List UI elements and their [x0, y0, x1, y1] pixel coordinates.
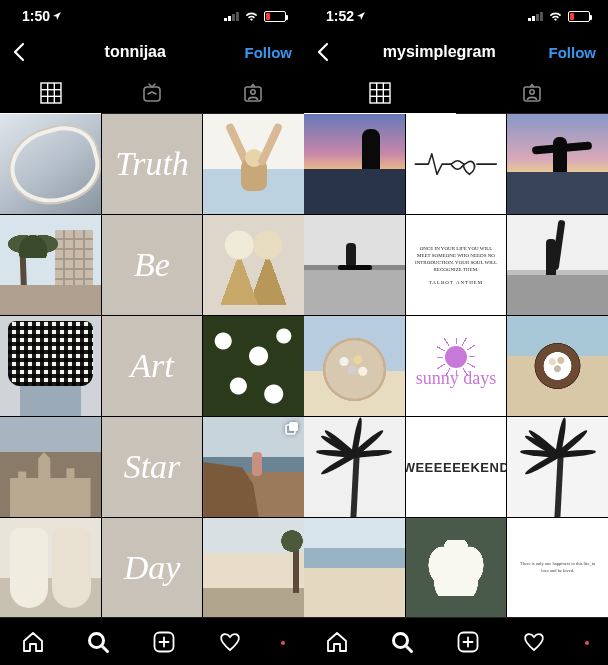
post-thumbnail[interactable]: There is only one happiness in this life…	[507, 518, 608, 617]
profile-username[interactable]: mysimplegram	[330, 43, 549, 61]
location-icon	[356, 11, 366, 21]
post-thumbnail[interactable]: ONCE IN YOUR LIFE YOU WILL MEET SOMEONE …	[406, 215, 507, 315]
post-thumbnail[interactable]	[406, 114, 507, 214]
post-thumbnail[interactable]	[0, 417, 101, 517]
tab-tagged[interactable]	[203, 72, 304, 113]
nav-search[interactable]	[86, 630, 110, 654]
profile-tabs	[304, 72, 608, 114]
home-icon	[21, 630, 45, 654]
svg-rect-15	[370, 83, 390, 103]
post-thumbnail[interactable]	[507, 417, 608, 517]
tagged-icon	[242, 82, 264, 104]
post-thumbnail[interactable]	[203, 316, 304, 416]
svg-line-23	[406, 646, 412, 652]
svg-point-7	[251, 89, 255, 93]
post-thumbnail[interactable]	[203, 215, 304, 315]
post-thumbnail[interactable]	[304, 114, 405, 214]
profile-header: mysimplegram Follow	[304, 32, 608, 72]
svg-rect-0	[41, 83, 61, 103]
post-thumbnail[interactable]	[203, 417, 304, 517]
carousel-icon	[285, 421, 300, 436]
post-thumbnail[interactable]	[507, 114, 608, 214]
post-thumbnail[interactable]	[0, 114, 101, 214]
nav-home[interactable]	[325, 630, 349, 654]
grid-icon	[369, 82, 391, 104]
follow-button[interactable]: Follow	[245, 44, 293, 61]
heartbeat-wave-icon	[413, 147, 499, 181]
search-icon	[86, 630, 110, 654]
status-bar: 1:50	[0, 0, 304, 32]
posts-grid: ONCE IN YOUR LIFE YOU WILL MEET SOMEONE …	[304, 114, 608, 617]
heart-icon	[522, 630, 546, 654]
screen-right: 1:52 mysimplegram Follow	[304, 0, 608, 665]
svg-line-11	[102, 646, 108, 652]
post-thumbnail[interactable]	[507, 316, 608, 416]
post-thumbnail[interactable]	[304, 518, 405, 617]
tab-grid[interactable]	[304, 72, 456, 113]
profile-header: tonnijaa Follow	[0, 32, 304, 72]
battery-icon	[264, 11, 286, 22]
post-thumbnail[interactable]: sunny days	[406, 316, 507, 416]
plus-square-icon	[152, 630, 176, 654]
bottom-nav	[304, 617, 608, 665]
tagged-icon	[521, 82, 543, 104]
grid-icon	[40, 82, 62, 104]
post-thumbnail[interactable]	[203, 114, 304, 214]
cellular-icon	[224, 11, 239, 21]
svg-point-21	[530, 89, 534, 93]
nav-new-post[interactable]	[456, 630, 480, 654]
plus-square-icon	[456, 630, 480, 654]
svg-rect-5	[144, 87, 160, 101]
post-thumbnail[interactable]	[304, 215, 405, 315]
cellular-icon	[528, 11, 543, 21]
screen-left: 1:50 tonnijaa Follow	[0, 0, 304, 665]
post-thumbnail[interactable]: Day	[102, 518, 203, 617]
status-bar: 1:52	[304, 0, 608, 32]
post-thumbnail[interactable]: WEEEEEEKEND	[406, 417, 507, 517]
search-icon	[390, 630, 414, 654]
nav-activity[interactable]	[522, 630, 546, 654]
posts-grid: Truth Be Art Star Day	[0, 114, 304, 617]
home-icon	[325, 630, 349, 654]
nav-new-post[interactable]	[152, 630, 176, 654]
quote-text: ONCE IN YOUR LIFE YOU WILL MEET SOMEONE …	[414, 245, 499, 273]
post-thumbnail[interactable]: Star	[102, 417, 203, 517]
post-thumbnail[interactable]	[304, 316, 405, 416]
post-thumbnail[interactable]	[203, 518, 304, 617]
wifi-icon	[244, 11, 259, 22]
post-thumbnail[interactable]	[507, 215, 608, 315]
back-button[interactable]	[12, 42, 26, 62]
post-thumbnail[interactable]	[0, 316, 101, 416]
quote-attribution: TALBOT ANTHEM	[429, 279, 484, 286]
post-thumbnail[interactable]: Truth	[102, 114, 203, 214]
post-thumbnail[interactable]	[304, 417, 405, 517]
location-icon	[52, 11, 62, 21]
nav-search[interactable]	[390, 630, 414, 654]
post-thumbnail[interactable]	[0, 518, 101, 617]
tab-grid[interactable]	[0, 72, 101, 113]
nav-activity[interactable]	[218, 630, 242, 654]
follow-button[interactable]: Follow	[549, 44, 597, 61]
back-button[interactable]	[316, 42, 330, 62]
wifi-icon	[548, 11, 563, 22]
sun-icon	[445, 346, 467, 368]
bottom-nav	[0, 617, 304, 665]
profile-username[interactable]: tonnijaa	[26, 43, 245, 61]
profile-tabs	[0, 72, 304, 114]
quote-text: There is only one happiness in this life…	[507, 518, 608, 617]
status-time: 1:50	[22, 8, 50, 24]
post-thumbnail[interactable]: Be	[102, 215, 203, 315]
post-thumbnail[interactable]: Art	[102, 316, 203, 416]
heart-icon	[218, 630, 242, 654]
status-time: 1:52	[326, 8, 354, 24]
svg-rect-8	[289, 422, 298, 431]
battery-icon	[568, 11, 590, 22]
igtv-icon	[141, 82, 163, 104]
weekend-text: WEEEEEEKEND	[406, 417, 507, 517]
tab-tagged[interactable]	[456, 72, 608, 113]
tab-igtv[interactable]	[101, 72, 202, 113]
post-thumbnail[interactable]	[0, 215, 101, 315]
nav-home[interactable]	[21, 630, 45, 654]
post-thumbnail[interactable]	[406, 518, 507, 617]
